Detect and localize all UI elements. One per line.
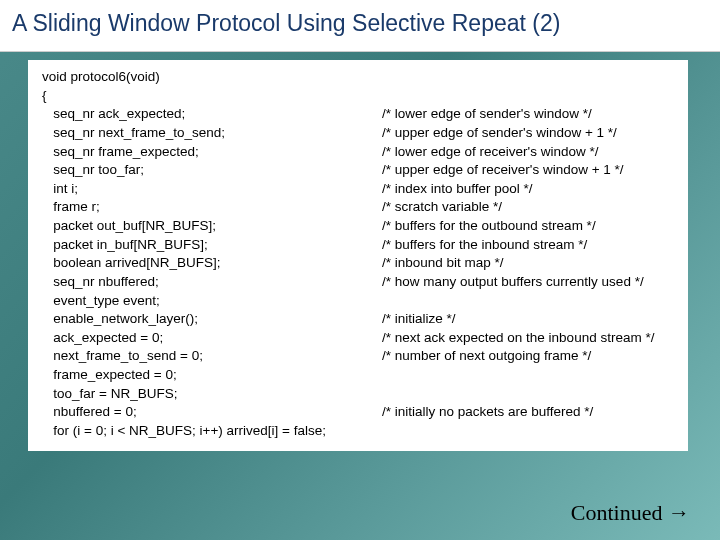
code-comment: /* upper edge of sender's window + 1 */ xyxy=(382,124,674,143)
code-text: seq_nr frame_expected; xyxy=(42,143,382,162)
code-line: void protocol6(void) xyxy=(42,68,674,87)
code-comment: /* how many output buffers currently use… xyxy=(382,273,674,292)
code-line: seq_nr nbuffered;/* how many output buff… xyxy=(42,273,674,292)
code-comment: /* lower edge of receiver's window */ xyxy=(382,143,674,162)
code-text: seq_nr ack_expected; xyxy=(42,105,382,124)
code-line: seq_nr frame_expected;/* lower edge of r… xyxy=(42,143,674,162)
code-text: packet in_buf[NR_BUFS]; xyxy=(42,236,382,255)
code-comment: /* scratch variable */ xyxy=(382,198,674,217)
code-comment: /* index into buffer pool */ xyxy=(382,180,674,199)
code-comment: /* initialize */ xyxy=(382,310,674,329)
code-text: seq_nr nbuffered; xyxy=(42,273,382,292)
code-line: boolean arrived[NR_BUFS];/* inbound bit … xyxy=(42,254,674,273)
continued-label: Continued → xyxy=(571,500,690,526)
code-text: next_frame_to_send = 0; xyxy=(42,347,382,366)
code-text: event_type event; xyxy=(42,292,382,311)
code-panel: void protocol6(void) { seq_nr ack_expect… xyxy=(28,60,688,451)
code-line: for (i = 0; i < NR_BUFS; i++) arrived[i]… xyxy=(42,422,674,441)
code-comment xyxy=(382,385,674,404)
code-text: { xyxy=(42,87,382,106)
code-text: boolean arrived[NR_BUFS]; xyxy=(42,254,382,273)
code-comment: /* upper edge of receiver's window + 1 *… xyxy=(382,161,674,180)
code-comment xyxy=(382,87,674,106)
code-comment xyxy=(382,68,674,87)
code-comment: /* buffers for the outbound stream */ xyxy=(382,217,674,236)
code-comment xyxy=(382,292,674,311)
page-title: A Sliding Window Protocol Using Selectiv… xyxy=(12,10,708,37)
code-text: packet out_buf[NR_BUFS]; xyxy=(42,217,382,236)
code-line: { xyxy=(42,87,674,106)
code-line: frame_expected = 0; xyxy=(42,366,674,385)
code-text: ack_expected = 0; xyxy=(42,329,382,348)
code-line: enable_network_layer();/* initialize */ xyxy=(42,310,674,329)
code-text: too_far = NR_BUFS; xyxy=(42,385,382,404)
code-line: frame r;/* scratch variable */ xyxy=(42,198,674,217)
code-comment xyxy=(382,366,674,385)
code-text: frame_expected = 0; xyxy=(42,366,382,385)
code-line: seq_nr too_far;/* upper edge of receiver… xyxy=(42,161,674,180)
code-comment xyxy=(382,422,674,441)
code-line: int i;/* index into buffer pool */ xyxy=(42,180,674,199)
code-comment: /* buffers for the inbound stream */ xyxy=(382,236,674,255)
code-line: seq_nr next_frame_to_send;/* upper edge … xyxy=(42,124,674,143)
code-text: for (i = 0; i < NR_BUFS; i++) arrived[i]… xyxy=(42,422,382,441)
code-text: void protocol6(void) xyxy=(42,68,382,87)
code-line: packet out_buf[NR_BUFS];/* buffers for t… xyxy=(42,217,674,236)
code-line: ack_expected = 0;/* next ack expected on… xyxy=(42,329,674,348)
code-comment: /* next ack expected on the inbound stre… xyxy=(382,329,674,348)
code-text: int i; xyxy=(42,180,382,199)
code-text: frame r; xyxy=(42,198,382,217)
code-line: event_type event; xyxy=(42,292,674,311)
code-text: seq_nr next_frame_to_send; xyxy=(42,124,382,143)
code-line: seq_nr ack_expected;/* lower edge of sen… xyxy=(42,105,674,124)
code-text: seq_nr too_far; xyxy=(42,161,382,180)
code-text: enable_network_layer(); xyxy=(42,310,382,329)
code-line: packet in_buf[NR_BUFS];/* buffers for th… xyxy=(42,236,674,255)
code-comment: /* lower edge of sender's window */ xyxy=(382,105,674,124)
code-comment: /* inbound bit map */ xyxy=(382,254,674,273)
code-text: nbuffered = 0; xyxy=(42,403,382,422)
code-line: next_frame_to_send = 0;/* number of next… xyxy=(42,347,674,366)
title-bar: A Sliding Window Protocol Using Selectiv… xyxy=(0,0,720,52)
code-comment: /* initially no packets are buffered */ xyxy=(382,403,674,422)
code-line: nbuffered = 0;/* initially no packets ar… xyxy=(42,403,674,422)
code-comment: /* number of next outgoing frame */ xyxy=(382,347,674,366)
code-line: too_far = NR_BUFS; xyxy=(42,385,674,404)
